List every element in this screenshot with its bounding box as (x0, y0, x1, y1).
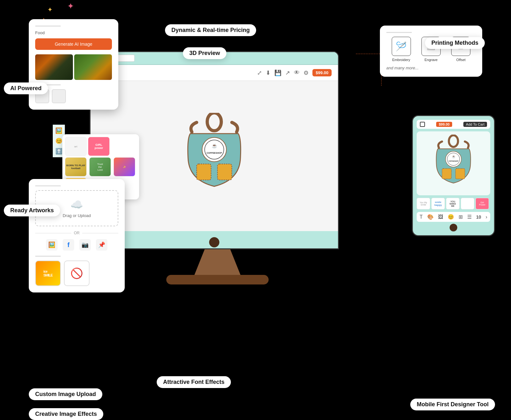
connector-printing-h (356, 54, 381, 54)
pinterest-icon[interactable]: 📌 (96, 239, 107, 251)
expand-icon[interactable]: ⤢ (257, 69, 262, 76)
mobile-canvas: ☕ COFFEESHOP (417, 131, 490, 195)
svg-point-3 (202, 137, 226, 162)
mobile-toolbar: T 🎨 🖼 😊 ⊞ ☰ 10 › (417, 212, 490, 222)
mobile-add-btn[interactable]: Add To Cart (463, 122, 487, 127)
panel-line-indicator (35, 26, 61, 27)
category-label: Food (35, 30, 112, 35)
svg-text:☕: ☕ (452, 155, 456, 159)
ready-artworks-label: Ready Artworks (4, 205, 60, 216)
mobile-tool-count: 10 (476, 214, 481, 220)
star-2: ✦ (67, 1, 74, 11)
apron-svg: ☕ COFFEESHOP (182, 113, 246, 199)
svg-text:COFFEESHOP: COFFEESHOP (207, 152, 222, 154)
facebook-icon[interactable]: f (63, 239, 74, 251)
svg-text:☕: ☕ (212, 143, 217, 149)
mobile-thumb-3[interactable]: YOUMAKEME (446, 198, 460, 209)
svg-point-10 (445, 151, 461, 167)
no-effect[interactable]: 🚫 (64, 261, 90, 286)
svg-rect-2 (217, 164, 232, 180)
artwork-colorful[interactable]: ✨ (114, 157, 135, 176)
mobile-thumbs-row: You MySmile smilehappy YOUMAKEME GirlPow… (417, 198, 490, 209)
price-display: $99.00 (312, 69, 332, 76)
eye-icon[interactable]: 👁 (294, 69, 300, 76)
artwork-thumb-1[interactable]: art (65, 137, 87, 156)
generate-ai-btn[interactable]: Generate AI Image (35, 38, 112, 50)
svg-rect-8 (442, 168, 451, 179)
ai-image-grid (35, 54, 112, 80)
mobile-top-bar: $99.00 Add To Cart (417, 120, 490, 129)
mobile-thumb-2[interactable]: smilehappy (431, 198, 445, 209)
printing-panel: 🪡 Embroidery ⬜ Engrave 🖨 Offset and many… (380, 26, 482, 77)
mobile-price-badge: $99.00 (436, 122, 452, 127)
custom-image-label: Custom Image Upload (29, 388, 102, 400)
mobile-tool-props[interactable]: ☰ (467, 214, 472, 220)
mobile-thumb-1[interactable]: You MySmile (417, 198, 430, 209)
svg-rect-1 (197, 164, 211, 180)
monitor-dot (209, 237, 219, 247)
settings-icon[interactable]: ⚙ (303, 69, 309, 76)
upload-panel: ☁️ Drag or Upload OR 🖼️ f 📷 📌 iceSMILE 🚫 (29, 179, 125, 292)
mobile-tool-more[interactable]: › (486, 214, 487, 220)
monitor-base (166, 275, 269, 284)
ai-img-1[interactable] (35, 54, 73, 80)
social-icons-row: 🖼️ f 📷 📌 (35, 239, 118, 251)
panel-divider (35, 256, 61, 257)
svg-point-0 (207, 113, 221, 131)
mobile-checkbox[interactable] (420, 122, 425, 127)
font-effects-label: Attractive Font Effects (157, 376, 231, 388)
effect-thumbs-row: iceSMILE 🚫 (35, 261, 118, 286)
dynamic-pricing-label: Dynamic & Real-time Pricing (165, 24, 256, 36)
ai-powered-label: AI Powered (4, 82, 48, 94)
mobile-thumb-5[interactable]: GirlPower (476, 198, 489, 209)
mobile-panel: $99.00 Add To Cart ☕ COFFEESHOP You MySm… (412, 115, 495, 236)
svg-rect-9 (456, 168, 465, 179)
mobile-thumb-4[interactable] (461, 198, 474, 209)
or-divider: OR (35, 231, 118, 235)
gallery-icon[interactable]: 🖼️ (46, 239, 58, 251)
embroidery-icon: 🪡 (392, 37, 411, 56)
mobile-tool-text[interactable]: T (420, 214, 423, 220)
mobile-first-label: Mobile First Designer Tool (410, 399, 495, 410)
and-more-text: and many more... (386, 66, 476, 70)
ai-thumb-2[interactable] (52, 89, 66, 103)
embroidery-method[interactable]: 🪡 Embroidery (392, 37, 411, 62)
svg-text:COFFEESHOP: COFFEESHOP (448, 160, 458, 162)
mobile-apron-svg: ☕ COFFEESHOP (433, 135, 474, 192)
svg-point-7 (449, 135, 458, 147)
sidebar-upload-icon[interactable]: ⬆️ (54, 148, 63, 155)
upload-panel-line (35, 185, 61, 186)
sidebar-art-icon[interactable]: 🖼️ (54, 127, 63, 134)
star-1: ✦ (47, 6, 53, 13)
smile-effect[interactable]: iceSMILE (35, 261, 61, 286)
artwork-lord[interactable]: TrusttheLord (89, 157, 111, 176)
sidebar-smile-icon[interactable]: 😊 (54, 137, 63, 144)
printing-panel-line (386, 32, 412, 33)
mobile-tool-art[interactable]: 🎨 (427, 214, 434, 220)
artwork-football[interactable]: BORN TO PLAYfootball (65, 157, 87, 176)
ai-img-2[interactable] (74, 54, 112, 80)
artwork-thumb-2[interactable]: GIRLpower (88, 137, 110, 156)
preview-3d-label: 3D Preview (183, 47, 226, 59)
instagram-icon[interactable]: 📷 (79, 239, 91, 251)
creative-effects-label: Creative Image Effects (29, 408, 103, 420)
mobile-tool-emoji[interactable]: 😊 (448, 214, 454, 220)
mobile-home-dot (450, 224, 457, 231)
printing-methods-label: Printing Methods (425, 37, 485, 49)
share-icon[interactable]: ↗ (285, 69, 290, 76)
ai-image-panel: Food Generate AI Image (29, 19, 118, 110)
mobile-tool-layers[interactable]: ⊞ (459, 214, 463, 220)
save-icon[interactable]: 💾 (274, 69, 281, 76)
monitor-toolbar: ⤢ ⬇ 💾 ↗ 👁 ⚙ $99.00 (90, 65, 338, 81)
download-icon[interactable]: ⬇ (266, 69, 271, 76)
mobile-tool-img[interactable]: 🖼 (438, 214, 443, 220)
